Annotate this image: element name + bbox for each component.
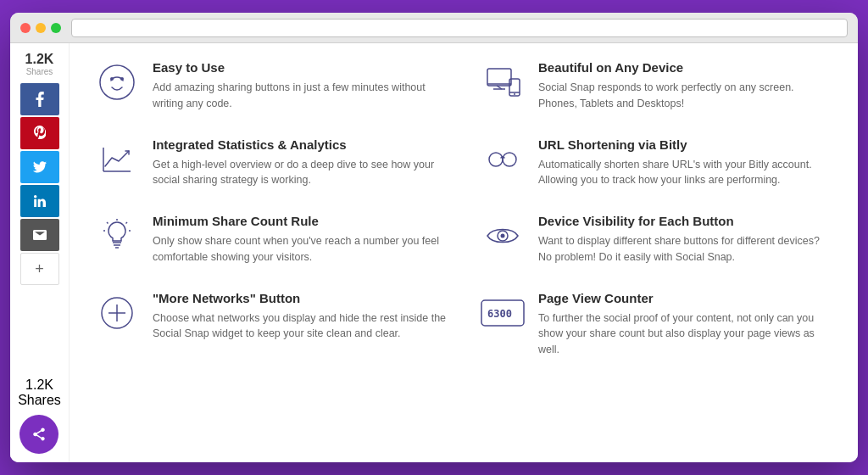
more-networks-title: "More Networks" Button bbox=[153, 291, 447, 305]
beautiful-device-text: Beautiful on Any Device Social Snap resp… bbox=[538, 60, 832, 112]
beautiful-device-icon bbox=[481, 60, 525, 104]
features-grid: Easy to Use Add amazing sharing buttons … bbox=[95, 60, 832, 358]
device-visibility-title: Device Visibility for Each Button bbox=[538, 214, 832, 228]
min-share-count-description: Only show share count when you've reach … bbox=[153, 233, 447, 265]
svg-point-9 bbox=[514, 93, 515, 95]
sidebar-bottom: 1.2K Shares bbox=[18, 377, 61, 462]
min-share-count-title: Minimum Share Count Rule bbox=[153, 214, 447, 228]
beautiful-device-title: Beautiful on Any Device bbox=[538, 60, 832, 75]
svg-point-1 bbox=[110, 77, 114, 81]
traffic-lights bbox=[20, 23, 61, 33]
feature-min-share-count: Minimum Share Count Rule Only show share… bbox=[95, 214, 447, 265]
facebook-button[interactable] bbox=[20, 83, 59, 115]
feature-easy-to-use: Easy to Use Add amazing sharing buttons … bbox=[95, 60, 447, 112]
easy-to-use-text: Easy to Use Add amazing sharing buttons … bbox=[153, 60, 447, 112]
url-shortening-text: URL Shortening via Bitly Automatically s… bbox=[538, 137, 832, 189]
url-shortening-icon bbox=[481, 137, 525, 182]
shares-label-bottom: Shares bbox=[18, 393, 61, 408]
main-content: Easy to Use Add amazing sharing buttons … bbox=[70, 43, 858, 462]
pinterest-button[interactable] bbox=[20, 117, 59, 149]
more-networks-icon bbox=[95, 291, 139, 335]
more-networks-sidebar-button[interactable]: + bbox=[20, 253, 59, 285]
feature-page-view-counter: 6300 Page View Counter To further the so… bbox=[481, 291, 832, 358]
svg-line-22 bbox=[107, 222, 108, 224]
social-buttons bbox=[20, 83, 59, 251]
maximize-button[interactable] bbox=[51, 23, 61, 33]
statistics-description: Get a high-level overview or do a deep d… bbox=[153, 157, 447, 189]
svg-text:6300: 6300 bbox=[487, 308, 512, 320]
statistics-title: Integrated Statistics & Analytics bbox=[153, 137, 447, 152]
close-button[interactable] bbox=[20, 23, 31, 33]
easy-to-use-icon bbox=[95, 60, 139, 104]
feature-beautiful-device: Beautiful on Any Device Social Snap resp… bbox=[481, 60, 832, 112]
svg-point-0 bbox=[100, 65, 134, 99]
share-count-top: 1.2K Shares bbox=[25, 52, 54, 76]
twitter-button[interactable] bbox=[20, 151, 59, 183]
svg-point-24 bbox=[501, 234, 505, 238]
device-visibility-icon bbox=[481, 214, 525, 258]
svg-point-12 bbox=[489, 153, 503, 166]
statistics-icon bbox=[95, 137, 139, 182]
easy-to-use-title: Easy to Use bbox=[153, 60, 447, 75]
feature-device-visibility: Device Visibility for Each Button Want t… bbox=[481, 214, 832, 265]
more-networks-description: Choose what networks you display and hid… bbox=[153, 310, 447, 343]
share-count-number-bottom: 1.2K bbox=[18, 377, 61, 393]
share-label-top: Shares bbox=[25, 67, 54, 76]
linkedin-button[interactable] bbox=[20, 185, 59, 217]
feature-more-networks: "More Networks" Button Choose what netwo… bbox=[95, 291, 447, 358]
browser-content: 1.2K Shares bbox=[10, 43, 858, 462]
page-view-counter-icon: 6300 bbox=[481, 291, 525, 335]
social-sidebar: 1.2K Shares bbox=[10, 43, 70, 462]
titlebar bbox=[10, 13, 858, 43]
url-shortening-title: URL Shortening via Bitly bbox=[538, 137, 832, 152]
minimize-button[interactable] bbox=[36, 23, 46, 33]
svg-point-13 bbox=[503, 153, 516, 166]
min-share-count-text: Minimum Share Count Rule Only show share… bbox=[153, 214, 447, 265]
svg-point-2 bbox=[120, 77, 124, 81]
svg-rect-3 bbox=[487, 69, 511, 86]
share-circle-button[interactable] bbox=[19, 415, 58, 454]
page-view-counter-title: Page View Counter bbox=[538, 291, 832, 305]
svg-line-19 bbox=[126, 222, 128, 224]
feature-url-shortening: URL Shortening via Bitly Automatically s… bbox=[481, 137, 832, 189]
share-count-number-top: 1.2K bbox=[25, 52, 54, 67]
statistics-text: Integrated Statistics & Analytics Get a … bbox=[153, 137, 447, 189]
feature-statistics: Integrated Statistics & Analytics Get a … bbox=[95, 137, 447, 189]
email-button[interactable] bbox=[20, 219, 59, 251]
beautiful-device-description: Social Snap responds to work perfectly o… bbox=[538, 80, 832, 112]
address-bar[interactable] bbox=[71, 19, 848, 37]
more-networks-text: "More Networks" Button Choose what netwo… bbox=[153, 291, 447, 343]
url-shortening-description: Automatically shorten share URL's with y… bbox=[538, 157, 832, 189]
share-count-bottom: 1.2K Shares bbox=[18, 377, 61, 408]
browser-window: 1.2K Shares bbox=[10, 13, 858, 462]
page-view-counter-description: To further the social proof of your cont… bbox=[538, 310, 832, 358]
page-view-counter-text: Page View Counter To further the social … bbox=[538, 291, 832, 358]
device-visibility-description: Want to display different share buttons … bbox=[538, 233, 832, 265]
min-share-count-icon bbox=[95, 214, 139, 258]
easy-to-use-description: Add amazing sharing buttons in just a fe… bbox=[153, 80, 447, 112]
device-visibility-text: Device Visibility for Each Button Want t… bbox=[538, 214, 832, 265]
